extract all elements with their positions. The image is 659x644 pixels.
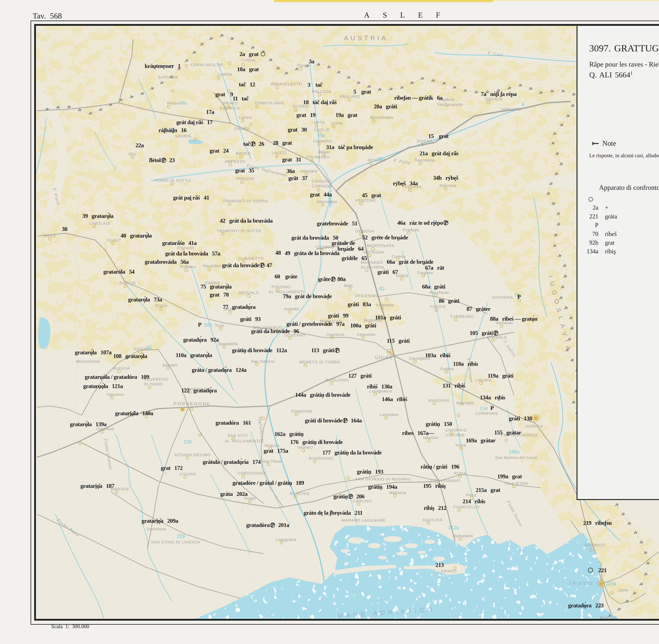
svg-text:Râpe pour les raves - Riebeise: Râpe pour les raves - Riebeisen für Rübe…: [589, 61, 659, 68]
svg-text:Tav. 568: Tav. 568: [33, 12, 62, 20]
svg-text:gratarǫ́la 107a: gratarǫ́la 107a: [75, 349, 112, 355]
svg-text:195 ríbiş: 195 ríbiş: [423, 483, 446, 489]
svg-text:Pradielis: Pradielis: [403, 228, 419, 232]
svg-text:60 gráte: 60 gráte: [275, 273, 297, 280]
svg-text:SAVOGNA: SAVOGNA: [492, 295, 513, 299]
svg-text:grat 30: grat 30: [288, 127, 307, 133]
svg-text:176 grátiņ di brováde: 176 grátiņ di brováde: [290, 439, 343, 445]
svg-text:88a ríbeś — gratǫ́n: 88a ríbeś — gratǫ́n: [490, 316, 537, 322]
svg-text:Cergneu: Cergneu: [417, 271, 433, 275]
svg-text:MARANO LAGUNARE: MARANO LAGUNARE: [341, 518, 386, 523]
svg-text:100a gráti: 100a gráti: [350, 322, 376, 329]
svg-text:Sedrano: Sedrano: [162, 363, 178, 367]
svg-text:146a ribíś: 146a ribíś: [382, 396, 407, 402]
svg-text:42 grát da la bruváda: 42 grát da la bruváda: [220, 217, 273, 224]
svg-text:Grizzo: Grizzo: [155, 303, 167, 308]
svg-text:VARMO: VARMO: [297, 445, 313, 450]
svg-text:SAN GIORGIO DI NOGARO: SAN GIORGIO DI NOGARO: [355, 477, 411, 481]
svg-text:grắte P 80a: grắte P 80a: [318, 276, 346, 282]
svg-text:PREONE: PREONE: [236, 177, 255, 181]
svg-text:Scala 1: 300.000: Scala 1: 300.000: [51, 623, 89, 629]
svg-text:ÚDINE: ÚDINE: [375, 355, 393, 360]
svg-text:46a ráz te od ri̯épo P: 46a ráz te od ri̯épo P: [397, 220, 448, 226]
svg-text:GEMONA: GEMONA: [355, 229, 374, 233]
svg-text:17a: 17a: [206, 109, 214, 115]
svg-text:grat 19: grat 19: [296, 112, 316, 118]
svg-text:186a: 186a: [509, 449, 519, 455]
svg-text:FIUMICELLO: FIUMICELLO: [453, 505, 480, 509]
svg-text:ARTEGNA: ARTEGNA: [364, 250, 385, 254]
svg-text:gratarấśo 41a: gratarấśo 41a: [162, 240, 197, 246]
svg-text:gráti 93: gráti 93: [240, 316, 261, 322]
svg-text:77 gratadǫ́ra: 77 gratadǫ́ra: [223, 303, 256, 310]
svg-text:67a rāt: 67a rāt: [425, 264, 444, 271]
svg-text:grát da brováda 50: grát da brováda 50: [291, 234, 338, 241]
svg-text:19a grat: 19a grat: [336, 112, 358, 118]
svg-text:gratabrováda 56a: gratabrováda 56a: [145, 259, 189, 265]
svg-text:Illégio: Illégio: [318, 150, 329, 154]
svg-text:IN PIANO: IN PIANO: [144, 382, 163, 386]
svg-text:38: 38: [62, 226, 67, 232]
svg-text:18 táč dai̯ rấś: 18 táč dai̯ rấś: [303, 99, 337, 106]
svg-text:grátiņ P 206: grátiņ P 206: [334, 493, 364, 500]
svg-text:134a: 134a: [587, 248, 598, 255]
svg-text:52 gréte de bru̯áde: 52 gréte de bru̯áde: [362, 234, 408, 241]
svg-text:Tesis: Tesis: [215, 323, 224, 327]
svg-text:213: 213: [435, 562, 444, 568]
svg-text:SAN VITO: SAN VITO: [227, 433, 248, 438]
svg-text:3 tač: 3 tač: [308, 82, 322, 88]
svg-text:CERVIGNANO: CERVIGNANO: [431, 479, 460, 483]
svg-text:Lovea: Lovea: [331, 121, 343, 125]
svg-text:131 ríbiś: 131 ríbiś: [442, 382, 465, 389]
svg-text:P: P: [517, 294, 521, 300]
svg-text:Interneppo: Interneppo: [317, 200, 337, 204]
svg-text:Mels: Mels: [344, 283, 353, 288]
svg-text:gratarǫ́la 73a: gratarǫ́la 73a: [128, 296, 162, 303]
svg-text:P: P: [198, 321, 201, 328]
svg-text:110a gratarǫ́la: 110a gratarǫ́la: [176, 352, 212, 359]
svg-text:Vico: Vico: [128, 152, 136, 156]
svg-text:grat 175a: grat 175a: [264, 447, 288, 454]
svg-text:221: 221: [598, 567, 607, 574]
svg-text:San Odorico: San Odorico: [251, 359, 275, 364]
svg-text:gratadǫ́ra 92a: gratadǫ́ra 92a: [183, 336, 219, 343]
svg-text:3097. GRATTUGIA PER LE RAP: 3097. GRATTUGIA PER LE RAPE: [589, 43, 659, 53]
svg-text:gráta / gratadǫ́ra 124a: gráta / gratadǫ́ra 124a: [192, 367, 247, 373]
svg-text:Stolvizza: Stolvizza: [439, 183, 456, 188]
svg-text:BARCIS: BARCIS: [119, 281, 136, 285]
svg-text:Q. ALI 56641: Q. ALI 56641: [589, 70, 633, 79]
svg-text:ríbiş: ríbiş: [605, 248, 616, 255]
svg-text:Note: Note: [602, 139, 616, 147]
svg-text:flétol P 23: flétol P 23: [149, 157, 175, 163]
svg-text:Felettano: Felettano: [376, 303, 394, 307]
svg-text:Cave di Sels: Cave di Sels: [505, 481, 528, 485]
svg-text:ASLEF: ASLEF: [364, 11, 453, 19]
svg-text:grat 35: grat 35: [235, 167, 254, 174]
svg-text:5 grat: 5 grat: [354, 88, 371, 95]
svg-text:grat: grat: [605, 239, 614, 246]
svg-text:San Martino del Carso: San Martino del Carso: [495, 455, 537, 460]
svg-text:223a: 223a: [606, 581, 616, 586]
svg-text:tač 12: tač 12: [239, 81, 255, 88]
svg-text:gratadóra P 201a: gratadóra P 201a: [246, 522, 289, 528]
svg-text:127 gráti: 127 gráti: [348, 372, 372, 379]
svg-text:21a grát dai̯ rấs: 21a grát dai̯ rấs: [419, 150, 458, 157]
svg-text:Basaldella: Basaldella: [219, 342, 238, 346]
svg-text:grat 44a: grat 44a: [310, 191, 332, 198]
svg-text:CHIONS: CHIONS: [179, 472, 196, 476]
svg-text:48: 48: [275, 250, 281, 256]
svg-text:grátula / gratadǫ́ria 174: grátula / gratadǫ́ria 174: [203, 459, 261, 465]
svg-text:92b: 92b: [589, 239, 598, 246]
svg-text:215a grat: 215a grat: [476, 487, 500, 493]
svg-text:gráti 99: gráti 99: [328, 313, 348, 319]
svg-text:grát da la brováda 57a: grát da la brováda 57a: [165, 250, 220, 257]
svg-text:gratarụǫ́la 121a: gratarụǫ́la 121a: [83, 383, 123, 389]
svg-text:219 ribeʃɘ́n: 219 ribeʃɘ́n: [583, 520, 612, 526]
svg-text:AMPEZZO: AMPEZZO: [225, 159, 246, 164]
svg-text:Ceresetto: Ceresetto: [357, 332, 376, 337]
svg-text:gráti di brováde P 164a: gráti di brováde P 164a: [305, 417, 362, 424]
svg-text:91: 91: [147, 345, 152, 350]
svg-text:Mezzomonte: Mezzomonte: [76, 359, 100, 364]
svg-text:Corbolone: Corbolone: [146, 527, 166, 531]
svg-text:169a grátar: 169a grátar: [466, 437, 496, 444]
